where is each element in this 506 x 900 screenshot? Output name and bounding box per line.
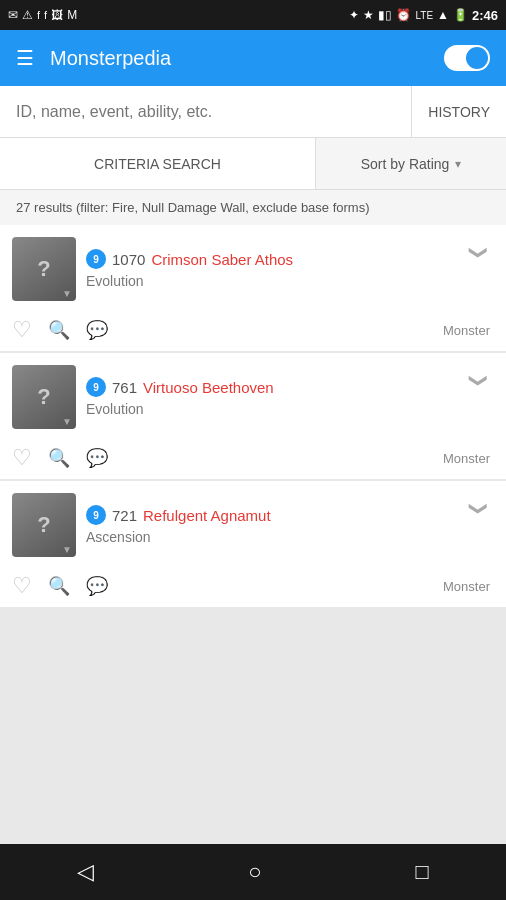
monster-card-3: ? ▼ 9 721 Refulgent Agnamut Ascension ❯ … [0,481,506,607]
monster-thumbnail-3[interactable]: ? ▼ [12,493,76,557]
status-bar: ✉ ⚠ f f 🖼 M ✦ ★ ▮▯ ⏰ LTE ▲ 🔋 2:46 [0,0,506,30]
home-button[interactable]: ○ [248,859,261,885]
monster-card-1: ? ▼ 9 1070 Crimson Saber Athos Evolution… [0,225,506,351]
card-title-row-3: 9 721 Refulgent Agnamut [86,505,457,525]
monster-thumbnail-1[interactable]: ? ▼ [12,237,76,301]
star-count-2: 9 [93,382,99,393]
favorite-icon-2[interactable]: ♡ [12,445,32,471]
criteria-search-button[interactable]: CRITERIA SEARCH [0,138,316,189]
card-subtitle-1: Evolution [86,273,457,289]
question-icon-1: ? [37,256,50,282]
star-badge-2: 9 [86,377,106,397]
history-button[interactable]: HISTORY [411,86,506,137]
card-title-row-1: 9 1070 Crimson Saber Athos [86,249,457,269]
battery-icon: 🔋 [453,8,468,22]
card-subtitle-2: Evolution [86,401,457,417]
msg-icon: ✉ [8,8,18,22]
lte-icon: LTE [415,10,433,21]
monster-label-3: Monster [443,579,490,594]
search-icon-2[interactable]: 🔍 [48,447,70,469]
toolbar: CRITERIA SEARCH Sort by Rating ▾ [0,138,506,190]
monster-card-2: ? ▼ 9 761 Virtuoso Beethoven Evolution ❯… [0,353,506,479]
status-time: 2:46 [472,8,498,23]
monster-label-1: Monster [443,323,490,338]
search-icon-1[interactable]: 🔍 [48,319,70,341]
card-actions-1: ♡ 🔍 💬 Monster [12,311,490,343]
comment-icon-1[interactable]: 💬 [86,319,108,341]
favorite-icon-3[interactable]: ♡ [12,573,32,599]
sort-button[interactable]: Sort by Rating ▾ [316,138,506,189]
card-number-3: 721 [112,507,137,524]
battery-ind-icon: ▮▯ [378,8,392,22]
arrow-icon-3: ▼ [62,544,72,555]
search-bar: HISTORY [0,86,506,138]
star-icon: ★ [363,8,374,22]
card-info-2: 9 761 Virtuoso Beethoven Evolution [86,377,457,417]
signal-icon: ▲ [437,8,449,22]
expand-button-2[interactable]: ❯ [464,369,494,392]
card-number-2: 761 [112,379,137,396]
monster-label-2: Monster [443,451,490,466]
comment-icon-2[interactable]: 💬 [86,447,108,469]
card-header-1: ? ▼ 9 1070 Crimson Saber Athos Evolution… [12,237,490,301]
card-subtitle-3: Ascension [86,529,457,545]
arrow-icon-1: ▼ [62,288,72,299]
img-icon: 🖼 [51,8,63,22]
favorite-icon-1[interactable]: ♡ [12,317,32,343]
question-icon-2: ? [37,384,50,410]
cards-container: ? ▼ 9 1070 Crimson Saber Athos Evolution… [0,225,506,844]
mail-icon: M [67,8,77,22]
star-count-1: 9 [93,254,99,265]
search-input[interactable] [0,86,411,137]
comment-icon-3[interactable]: 💬 [86,575,108,597]
card-name-3: Refulgent Agnamut [143,507,271,524]
toggle-switch[interactable] [444,45,490,71]
app-title: Monsterpedia [50,47,428,70]
card-actions-3: ♡ 🔍 💬 Monster [12,567,490,599]
card-info-3: 9 721 Refulgent Agnamut Ascension [86,505,457,545]
bottom-nav: ◁ ○ □ [0,844,506,900]
card-header-2: ? ▼ 9 761 Virtuoso Beethoven Evolution ❯ [12,365,490,429]
search-icon-3[interactable]: 🔍 [48,575,70,597]
expand-button-1[interactable]: ❯ [464,241,494,264]
question-icon-3: ? [37,512,50,538]
alert-icon: ⚠ [22,8,33,22]
monster-thumbnail-2[interactable]: ? ▼ [12,365,76,429]
hamburger-menu-icon[interactable]: ☰ [16,46,34,70]
arrow-icon-2: ▼ [62,416,72,427]
card-actions-2: ♡ 🔍 💬 Monster [12,439,490,471]
card-info-1: 9 1070 Crimson Saber Athos Evolution [86,249,457,289]
app-bar: ☰ Monsterpedia [0,30,506,86]
status-right-icons: ✦ ★ ▮▯ ⏰ LTE ▲ 🔋 2:46 [349,8,498,23]
star-badge-3: 9 [86,505,106,525]
card-number-1: 1070 [112,251,145,268]
star-count-3: 9 [93,510,99,521]
card-title-row-2: 9 761 Virtuoso Beethoven [86,377,457,397]
fb-icon: f [37,9,40,21]
recents-button[interactable]: □ [416,859,429,885]
fb2-icon: f [44,9,47,21]
expand-button-3[interactable]: ❯ [464,497,494,520]
chevron-down-icon: ▾ [455,157,461,171]
card-name-1: Crimson Saber Athos [151,251,293,268]
status-left-icons: ✉ ⚠ f f 🖼 M [8,8,77,22]
bluetooth-icon: ✦ [349,8,359,22]
card-header-3: ? ▼ 9 721 Refulgent Agnamut Ascension ❯ [12,493,490,557]
card-name-2: Virtuoso Beethoven [143,379,274,396]
clock-icon: ⏰ [396,8,411,22]
results-summary: 27 results (filter: Fire, Null Damage Wa… [0,190,506,225]
sort-label: Sort by Rating [361,156,450,172]
toggle-knob [466,47,488,69]
star-badge-1: 9 [86,249,106,269]
back-button[interactable]: ◁ [77,859,94,885]
